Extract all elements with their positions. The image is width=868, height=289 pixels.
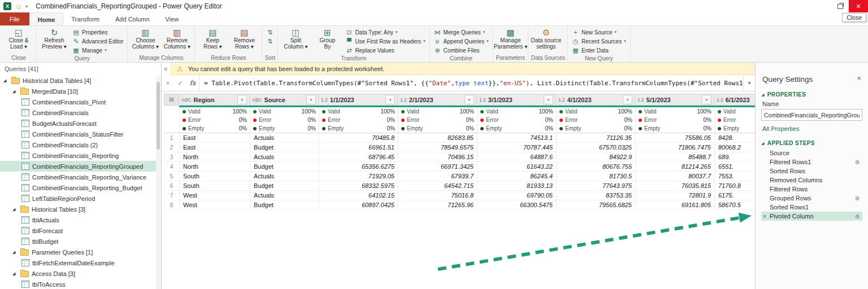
grid-cell[interactable]: 84922.9 (556, 152, 635, 162)
applied-step-sorted-rows[interactable]: Sorted Rows (761, 167, 862, 176)
grid-cell[interactable]: 68796.45 (319, 152, 398, 162)
grid-cell[interactable]: Actuals (250, 152, 319, 162)
applied-step-pivoted-column[interactable]: ×Pivoted Column⚙ (761, 212, 862, 221)
grid-cell[interactable]: 71760.8 (714, 181, 755, 191)
expander-icon[interactable]: ◢ (12, 89, 18, 94)
append-queries-button[interactable]: ⊎Append Queries▾ (432, 37, 491, 46)
grid-cell[interactable]: 61643.22 (477, 162, 556, 172)
query-item-budgetactualsforecast[interactable]: BudgetActualsForecast (0, 118, 161, 129)
grid-cell[interactable]: 82683.85 (398, 133, 477, 143)
filter-dropdown-icon[interactable]: ▼ (385, 95, 395, 104)
expander-icon[interactable]: ◢ (3, 78, 8, 83)
grid-cell[interactable]: 66971.3425 (398, 162, 477, 172)
grid-cell[interactable]: 70496.15 (398, 152, 477, 162)
recent-sources-button[interactable]: ◷Recent Sources▾ (570, 37, 628, 46)
grid-cell[interactable]: 80037.7 (635, 172, 714, 181)
grid-cell[interactable]: West (179, 200, 250, 210)
merge-queries-button[interactable]: ⋈Merge Queries▾ (432, 28, 491, 37)
filter-dropdown-icon[interactable]: ▼ (306, 95, 316, 104)
grid-cell[interactable]: Actuals (250, 191, 319, 200)
grid-cell[interactable]: 6551. (714, 162, 755, 172)
query-item-lefttableregionperiod[interactable]: LeftTableRegionPeriod (0, 193, 161, 204)
grid-cell[interactable]: 78549.6575 (398, 143, 477, 152)
formula-expand-chevron-icon[interactable]: ▾ (743, 75, 755, 91)
grid-cell[interactable]: 72801.9 (635, 191, 714, 200)
grid-cell[interactable]: 80676.755 (556, 162, 635, 172)
grid-cell[interactable]: 83753.35 (556, 191, 635, 200)
row-number[interactable]: 6 (164, 181, 179, 191)
grid-cell[interactable]: West (179, 191, 250, 200)
query-group-mergeddata-10[interactable]: ◢MergedData [10] (0, 86, 161, 97)
query-item-combinedfinancials-reporting-variance[interactable]: CombinedFinancials_Reporting_Variance (0, 172, 161, 182)
scrollbar-thumb[interactable] (157, 82, 160, 150)
query-item-tblfetchexternaldateexample[interactable]: tblFetchExternalDateExample (0, 257, 161, 268)
grid-cell[interactable]: 67570.0325 (556, 143, 635, 152)
new-source-button[interactable]: +New Source▾ (570, 28, 628, 37)
grid-cell[interactable]: 58670.5 (714, 200, 755, 210)
grid-cell[interactable]: 81214.265 (635, 162, 714, 172)
step-settings-icon[interactable]: ⚙ (855, 195, 860, 202)
grid-cell[interactable]: 71806.7475 (635, 143, 714, 152)
ribbon-tab-add-column[interactable]: Add Column (107, 12, 158, 25)
grid-cell[interactable]: 77643.975 (556, 181, 635, 191)
grid-cell[interactable]: 60897.0425 (319, 200, 398, 210)
grid-cell[interactable]: 85488.7 (635, 152, 714, 162)
row-number[interactable]: 5 (164, 172, 179, 181)
step-settings-icon[interactable]: ⚙ (855, 159, 860, 165)
refresh-preview-button[interactable]: ↻RefreshPreview ▾ (39, 27, 70, 55)
grid-cell[interactable]: 69161.805 (635, 200, 714, 210)
column-header-region[interactable]: ABCRegion▼ (179, 94, 250, 106)
grid-cell[interactable]: 71126.35 (556, 133, 635, 143)
grid-cell[interactable]: Budget (250, 181, 319, 191)
query-group-historical-data-tables-4[interactable]: ◢Historical Data Tables [4] (0, 75, 161, 86)
sort-ascending-button[interactable]: ⇅ (264, 28, 275, 37)
grid-cell[interactable]: 8428. (714, 133, 755, 143)
grid-cell[interactable]: 70485.8 (319, 133, 398, 143)
applied-step-source[interactable]: Source (761, 148, 862, 157)
grid-cell[interactable]: 74513.1 (477, 133, 556, 143)
manage-parameters-button[interactable]: ▩ManageParameters ▾ (495, 27, 526, 54)
advanced-editor-button[interactable]: ✎Advanced Editor (71, 37, 125, 46)
filter-dropdown-icon[interactable]: ▼ (237, 95, 247, 104)
grid-cell[interactable]: 76035.815 (635, 181, 714, 191)
data-source-settings-button[interactable]: ⚙Data sourcesettings (531, 27, 561, 54)
grid-cell[interactable]: Actuals (250, 172, 319, 181)
close-and-load-button[interactable]: ◱Close &Load ▾ (3, 27, 34, 54)
query-item-tblactuals[interactable]: tblActuals (0, 214, 161, 225)
filter-dropdown-icon[interactable]: ▼ (702, 95, 711, 104)
keep-rows-button[interactable]: ▤KeepRows ▾ (197, 27, 228, 54)
properties-button[interactable]: ▤Properties (71, 28, 125, 37)
grid-cell[interactable]: Actuals (250, 133, 319, 143)
query-item-combinedfinancials-2[interactable]: CombinedFinancials (2) (0, 139, 161, 150)
query-group-historical-tables-3[interactable]: ◢Historical Tables [3] (0, 204, 161, 214)
grid-cell[interactable]: North (179, 152, 250, 162)
grid-cell[interactable]: South (179, 172, 250, 181)
delete-step-icon[interactable]: × (763, 213, 766, 220)
column-header-2-1-2023[interactable]: 1.22/1/2023▼ (398, 94, 477, 106)
grid-cell[interactable]: North (179, 162, 250, 172)
feedback-smiley-icon[interactable]: ☺ (15, 3, 22, 10)
sort-descending-button[interactable]: ⇅ (264, 37, 275, 46)
grid-cell[interactable]: 6175. (714, 191, 755, 200)
column-header-3-1-2023[interactable]: 1.23/1/2023▼ (477, 94, 556, 106)
grid-cell[interactable]: East (179, 143, 250, 152)
ribbon-tab-file[interactable]: File (0, 12, 29, 25)
remove-rows-button[interactable]: ▤RemoveRows ▾ (229, 27, 259, 54)
applied-step-grouped-rows[interactable]: Grouped Rows⚙ (761, 194, 862, 203)
column-header-4-1-2023[interactable]: 1.24/1/2023▼ (556, 94, 635, 106)
column-header-6-1-2023[interactable]: 1.26/1/2023▼ (714, 94, 755, 106)
applied-steps-section-header[interactable]: ◢ APPLIED STEPS (761, 140, 862, 146)
grid-cell[interactable]: 79565.6825 (556, 200, 635, 210)
split-column-button[interactable]: ◫SplitColumn ▾ (280, 27, 311, 55)
properties-section-header[interactable]: ◢ PROPERTIES (761, 91, 862, 98)
grid-cell[interactable]: 68332.5975 (319, 181, 398, 191)
ribbon-tab-view[interactable]: View (158, 12, 187, 25)
query-item-combinedfinancials-reporting[interactable]: CombinedFinancials_Reporting (0, 150, 161, 161)
query-item-combinedfinancials-reporting-budget[interactable]: CombinedFinancials_Reporting_Budget (0, 182, 161, 193)
query-item-tblforecast[interactable]: tblForecast (0, 225, 161, 236)
all-properties-link[interactable]: All Properties (762, 125, 799, 132)
expander-icon[interactable]: ◢ (12, 250, 18, 255)
expander-icon[interactable]: ◢ (12, 207, 18, 212)
enter-data-button[interactable]: ▦Enter Data (570, 46, 628, 55)
grid-cell[interactable]: 75586.05 (635, 133, 714, 143)
